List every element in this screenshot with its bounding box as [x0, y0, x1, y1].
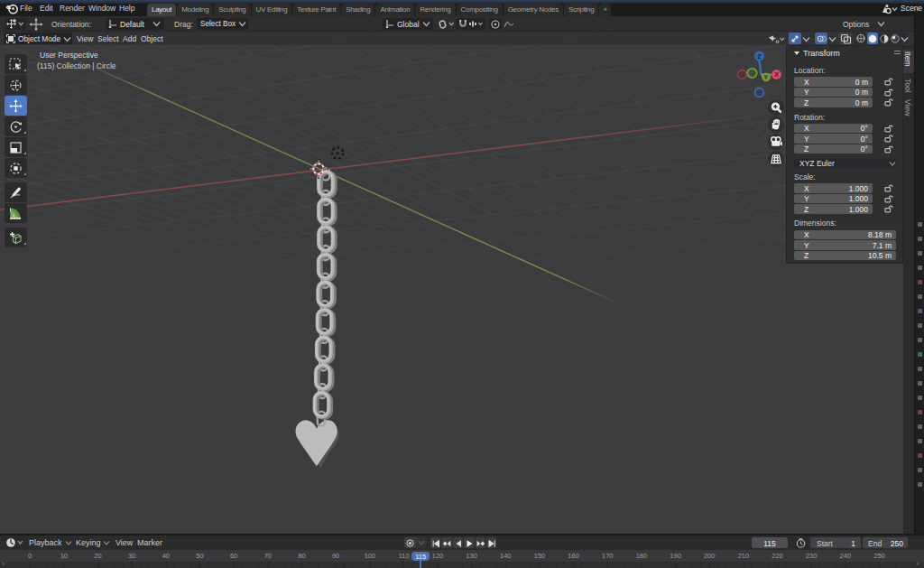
- svg-text:Y: Y: [764, 74, 769, 80]
- svg-text:Z: Z: [757, 52, 762, 61]
- svg-text:X: X: [774, 70, 779, 79]
